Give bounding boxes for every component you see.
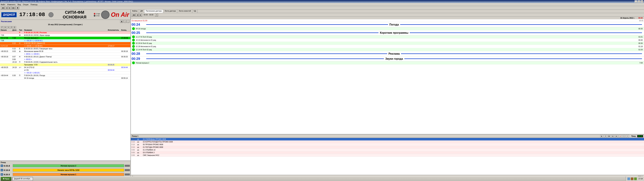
pleer-btn-next[interactable]: ⏭ bbox=[615, 135, 618, 138]
table-row[interactable]: ÷00:54:44 0:30 П П 00:54:25 ( 00:30 ) По… bbox=[0, 74, 130, 77]
day-tab-r[interactable]: Р bbox=[1, 26, 4, 29]
table-row[interactable]: 0:15 Б Б 00:30:10 ( 00:05 ) Говорящие ча… bbox=[0, 48, 130, 50]
list-item[interactable]: ✓ Ночная музыка 2 7:09 bbox=[131, 61, 644, 64]
pleer-item[interactable]: 0:16 ДД 03 КОРРЕСПОНДЕНТЫ-ПРОМО 0309 bbox=[131, 140, 644, 143]
pleer-item-icon: ДД bbox=[137, 144, 142, 145]
item-code: 04 16 погода bbox=[136, 28, 638, 30]
toolbar-btn-5[interactable]: ⏹ bbox=[16, 6, 19, 9]
table-row[interactable]: от СБ 00:54:44 bbox=[0, 69, 130, 72]
pleer-item[interactable]: 0:06 ДД СМС Закрышка 0412 bbox=[131, 154, 644, 157]
table-row[interactable]: < + 00:19 > (+00:19 ) bbox=[0, 72, 130, 74]
table-row[interactable]: 7:09 М M 00:29:10 ( 00:50 ) Звуки города bbox=[0, 34, 130, 37]
toolbar-btn-1[interactable]: ◀◀ bbox=[1, 6, 5, 9]
toolbar-btn-2[interactable]: ◀ bbox=[5, 6, 8, 9]
section-title-reklama: Реклама bbox=[388, 52, 400, 55]
table-row[interactable]: 04 16 погода 00:55:14 bbox=[0, 77, 130, 80]
tab-dm[interactable]: ДМ bbox=[139, 10, 144, 13]
row-type: П bbox=[19, 61, 24, 63]
menu-view[interactable]: Вид bbox=[18, 4, 21, 6]
tab-tape[interactable]: Лента диктора bbox=[163, 10, 178, 13]
item-check: ✓ bbox=[132, 48, 135, 51]
end-time: 00:05 bbox=[639, 20, 643, 22]
table-row[interactable]: < -00:01 > ( +00:03 ) bbox=[0, 53, 130, 56]
rt-btn-3[interactable]: ▶ bbox=[139, 14, 142, 16]
day-tabs: Р Н Ч Л Б bbox=[0, 26, 130, 29]
pleer-item[interactable]: 0:18 ДД 04 ОЧЕВИДЦЫ-ПРОМО 0808 bbox=[131, 138, 644, 140]
tab-db[interactable]: БД bbox=[192, 10, 198, 13]
toolbar-btn-4[interactable]: ▶▶ bbox=[12, 6, 16, 9]
pleer-item-icon: ДД bbox=[137, 149, 142, 151]
tab-news[interactable]: Лента новостей bbox=[177, 10, 192, 13]
schedule-btn-del[interactable]: - bbox=[127, 20, 129, 23]
pleer-item[interactable]: 0:16 ДД 01 ПОГОДА-ПРОМО 0808 bbox=[131, 146, 644, 149]
menu-options[interactable]: Опции bbox=[23, 4, 28, 6]
pleer-item-icon: ДД bbox=[137, 146, 142, 148]
pleer-btn-pause[interactable]: ⏸ bbox=[604, 135, 607, 138]
day-tab-n[interactable]: Н bbox=[4, 26, 7, 29]
list-item[interactable]: ✓ 02 29 Hi-Tech 01 ред 00:36 bbox=[131, 42, 644, 45]
table-row[interactable]: ÷00:30:25 24:19 п ⁴ 04 14 СГБ 02 00:54:4… bbox=[0, 66, 130, 69]
rt-btn-1[interactable]: ◀◀ bbox=[132, 14, 136, 16]
pleer-btn-play[interactable]: ▶ bbox=[600, 135, 603, 138]
item-duration: 00:40 bbox=[638, 39, 643, 41]
section-line2-korotkie bbox=[410, 32, 642, 33]
minimize-btn[interactable]: _ bbox=[634, 0, 637, 3]
player-row-b: А 0:10.9 Начало часа НОЧЬ 1210 bbox=[1, 168, 130, 172]
table-row[interactable]: 0:15 Н H 00:30 ( 00:10 ) Джингл ID bbox=[0, 42, 130, 45]
schedule-btn-add[interactable]: + bbox=[124, 20, 126, 23]
menu-help[interactable]: Помощь bbox=[30, 4, 38, 6]
toolbar: ◀◀ ◀ ▶ ▶▶ ⏹ bbox=[0, 6, 644, 10]
pleer-btn-stop[interactable]: ⏹ bbox=[608, 135, 611, 138]
list-item[interactable]: ✓ 10 10 Автоновости 01 ред 00:40 bbox=[131, 38, 644, 42]
maximize-btn[interactable]: □ bbox=[638, 0, 640, 3]
row-name: Б 00:30:10 ( 00:05 ) Говорящие часы bbox=[24, 48, 108, 50]
pleer-item[interactable]: 0:06 ДД 01 ОТБИВКА 10 bbox=[131, 149, 644, 151]
column-headers: Начало Длит. Тип Название Исполнитель Ко… bbox=[0, 29, 130, 31]
pleer-item[interactable]: 0:06 ДД 03 ОТБИВКА 3 bbox=[131, 151, 644, 154]
tab-files[interactable]: Файлы bbox=[131, 10, 139, 13]
pleer-btn-list[interactable]: ≡ bbox=[626, 135, 629, 138]
day-tab-ch[interactable]: Ч bbox=[7, 26, 10, 29]
list-item[interactable]: ✓ 04 16 погода 00:30 bbox=[131, 27, 644, 30]
day-tab-l[interactable]: Л bbox=[10, 26, 13, 29]
menu-edit[interactable]: Изменить bbox=[7, 4, 16, 6]
day-tab-b[interactable]: Б bbox=[13, 26, 16, 29]
pleer-btn-close[interactable]: ✕ bbox=[622, 135, 626, 138]
menu-file[interactable]: Файл bbox=[1, 4, 5, 6]
toolbar-btn-3[interactable]: ▶ bbox=[8, 6, 11, 9]
list-item[interactable]: ✓ 11 17 Hi-Tech 03 ред 01:01 bbox=[131, 35, 644, 38]
pleer-btn-rec[interactable]: ● bbox=[619, 135, 622, 138]
rt-btn-2[interactable]: ◀ bbox=[136, 14, 139, 16]
player-track-b[interactable]: Начало часа НОЧЬ 1210 bbox=[13, 168, 124, 172]
schedule-btn-grid[interactable]: ▦ bbox=[120, 20, 123, 23]
table-row[interactable]: Программа: 'СГБ' 00:30:25 bbox=[0, 64, 130, 66]
player-row-c: А 9:20.5 Ночная музыка 1 bbox=[1, 172, 130, 176]
right-toolbar: ◀◀ ◀ ▶ 00:00 - 00:00 ↺ bbox=[131, 13, 644, 17]
tab-schedule[interactable]: Расписание диктора bbox=[144, 10, 163, 13]
pleer-btn-prev[interactable]: ⏮ bbox=[611, 135, 614, 138]
table-row[interactable]: ÷00:30:18 0:07 Н Н 00:30:15 ( 00:10 ) Дж… bbox=[0, 56, 130, 58]
list-item[interactable]: ✓ 02 28 Автоновости 01 ред 01:18 bbox=[131, 45, 644, 48]
table-row[interactable]: 2 17:1:14 < + 00:05 > ( +16:48:09 ) 17:0… bbox=[0, 45, 130, 48]
rt-btn-refresh[interactable]: ↺ bbox=[155, 14, 158, 16]
taskbar-item-main[interactable]: Диджей 08 сентября... bbox=[12, 177, 33, 181]
table-row[interactable]: ÷00:30:15 0:03 ⋕ Московское время 00 30 … bbox=[0, 50, 130, 53]
table-row[interactable]: 24:19 П П 00:30:25 ( 24:00 ) Содержатель… bbox=[0, 61, 130, 64]
table-row[interactable]: *17:17:32 7:10 Ночная музыка 2 ♪ 17:24:4… bbox=[0, 37, 130, 40]
stop-label: Стоп bbox=[96, 15, 100, 16]
right-date-header: 16 Апрель 2012 г. 00:00 bbox=[131, 17, 644, 19]
title-bar: Диджей 08 сентября 2011 - Версия 2.15.11… bbox=[0, 0, 644, 3]
row-name: П 00:54:25 ( 00:30 ) Погода bbox=[24, 74, 108, 76]
row-dur: 0:15 bbox=[12, 42, 19, 44]
pleer-item[interactable]: 0:16 ДД 05 ПРОБКИ-ПРОМО 0808 bbox=[131, 143, 644, 146]
start-button[interactable]: ⊞ Пуск bbox=[1, 177, 12, 181]
table-row[interactable]: Р P 00:28:10 ( 01:00 ) Реклама bbox=[0, 31, 130, 34]
close-btn[interactable]: ✕ bbox=[641, 0, 643, 3]
table-row[interactable]: 0:06 < -00:03 > bbox=[0, 58, 130, 61]
on-air-circle bbox=[101, 10, 110, 19]
row-artist: 00:54:44 bbox=[108, 69, 121, 71]
list-item[interactable]: ✓ 12 14 Hi-Tech 02 ред 01:59 bbox=[131, 48, 644, 51]
player-track-a[interactable]: Ночная музыка 2 bbox=[13, 164, 124, 167]
table-row[interactable]: 7:09 < + 06:19 > ( +16:54:42 ) bbox=[0, 40, 130, 42]
player-track-c[interactable]: Ночная музыка 1 bbox=[13, 173, 124, 176]
